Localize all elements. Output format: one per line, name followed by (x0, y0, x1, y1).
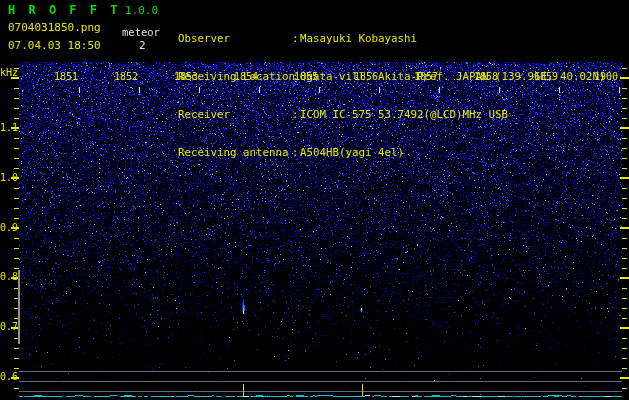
station-separator: : (292, 33, 300, 46)
time-axis-label: 1855 (292, 71, 318, 82)
station-row-antenna: Receiving antenna:A504HB(yagi 4el) (178, 147, 606, 160)
time-axis-label: 1857 (412, 71, 438, 82)
station-row-receiver: Receiver:ICOM IC-575 53.7492(@LCD)MHz US… (178, 109, 606, 122)
station-label: Observer (178, 33, 292, 46)
time-axis-label: 1853 (172, 71, 198, 82)
station-label: Receiver (178, 109, 292, 122)
time-axis-label: 1856 (352, 71, 378, 82)
frequency-axis-label: 0.8 (0, 271, 20, 282)
station-value: Masayuki Kobayashi (300, 32, 417, 45)
station-separator: : (292, 109, 300, 122)
time-axis-label: 1851 (52, 71, 78, 82)
station-label: Receiving antenna (178, 147, 292, 160)
observation-datetime: 07.04.03 18:50 (8, 39, 101, 52)
station-info: Observer:Masayuki Kobayashi Receiving Lo… (178, 8, 606, 184)
time-axis-label: 1858 (472, 71, 498, 82)
time-axis-label: 1852 (112, 71, 138, 82)
time-axis-label: 1900 (592, 71, 618, 82)
station-separator: : (292, 147, 300, 160)
station-value: A504HB(yagi 4el) (300, 146, 404, 159)
app-title: H R O F F T (8, 3, 120, 17)
frequency-axis-unit: kHz (0, 67, 20, 78)
frequency-axis-label: 1.0 (0, 172, 20, 183)
output-filename: 0704031850.png (8, 21, 101, 34)
station-value: Ogata-vill. Akita-Pref. JAPAN (139.96E, … (300, 70, 606, 83)
frequency-axis-label: 0.7 (0, 321, 20, 332)
station-value: ICOM IC-575 53.7492(@LCD)MHz USB (300, 108, 508, 121)
frequency-axis-label: 1.1 (0, 122, 20, 133)
hrofft-window: H R O F F T 1.0.0 0704031850.png meteor … (0, 0, 629, 400)
echo-count: 2 (139, 39, 146, 52)
frequency-axis-label: 0.6 (0, 371, 20, 382)
observation-mode: meteor (122, 26, 160, 38)
frequency-axis-label: 0.9 (0, 222, 20, 233)
time-axis-label: 1854 (232, 71, 258, 82)
station-row-observer: Observer:Masayuki Kobayashi (178, 33, 606, 46)
app-version: 1.0.0 (125, 4, 158, 17)
time-axis-label: 1859 (532, 71, 558, 82)
